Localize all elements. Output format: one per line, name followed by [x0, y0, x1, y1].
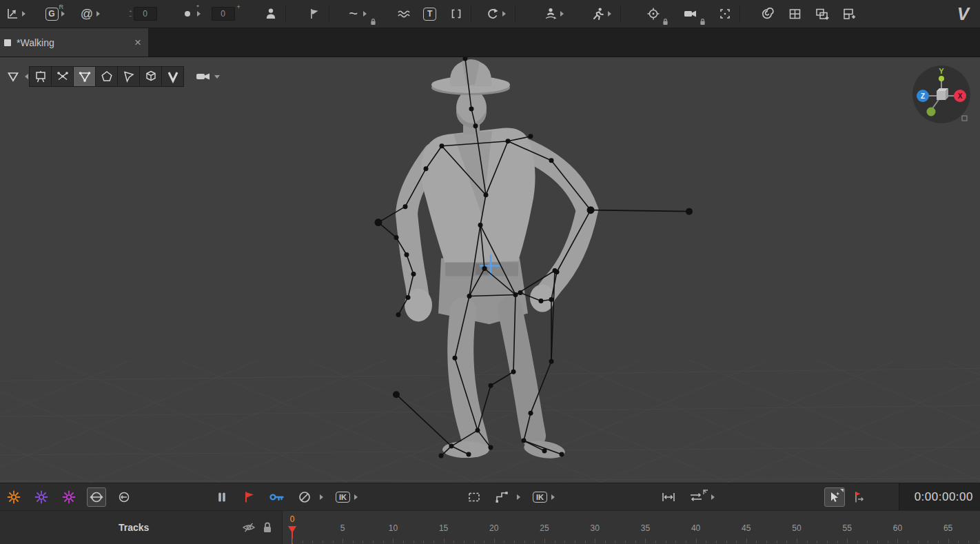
disable-interpolation-dropdown[interactable]: [320, 494, 323, 500]
frame-label[interactable]: 60: [893, 523, 902, 533]
rig-joint[interactable]: [405, 252, 409, 257]
character-model[interactable]: [405, 59, 587, 461]
keyframe-dot-button[interactable]: *: [179, 3, 196, 24]
frame-label[interactable]: 45: [742, 523, 751, 533]
frame-label[interactable]: 10: [389, 523, 398, 533]
frame-label[interactable]: 30: [591, 523, 600, 533]
disable-interpolation-button[interactable]: [291, 483, 318, 511]
add-window-button[interactable]: [814, 3, 830, 24]
rotate-tool-dropdown[interactable]: [502, 11, 506, 17]
graph-editor-button[interactable]: [4, 3, 21, 24]
rig-joint[interactable]: [549, 297, 554, 302]
ghost-mode-button[interactable]: G R: [43, 3, 60, 24]
rig-joint[interactable]: [511, 370, 516, 374]
tab-close-button[interactable]: ×: [134, 37, 141, 48]
stepped-keys-dropdown[interactable]: [517, 494, 520, 500]
tab-walking[interactable]: *Walking ×: [0, 28, 148, 57]
rig-joint[interactable]: [549, 359, 554, 364]
rig-joint[interactable]: [560, 452, 564, 457]
select-mode-button[interactable]: [3, 66, 23, 87]
rig-joint[interactable]: [549, 158, 554, 163]
rig-joint[interactable]: [476, 428, 480, 433]
tracks-panel[interactable]: Tracks: [0, 511, 283, 544]
keyframe-dot-dropdown[interactable]: [197, 11, 201, 17]
camera-button[interactable]: [682, 3, 699, 24]
frame-count-field[interactable]: 0: [212, 7, 235, 21]
rig-joint[interactable]: [529, 411, 533, 416]
ik-toggle-dropdown[interactable]: [354, 494, 358, 500]
rig-joint[interactable]: [478, 223, 483, 228]
rig-joint[interactable]: [406, 295, 411, 300]
rig-joint[interactable]: [513, 292, 518, 297]
ik-secondary-button[interactable]: IK: [533, 483, 547, 511]
frame-count-plus[interactable]: +: [236, 3, 240, 10]
interval-value-field[interactable]: 0: [134, 7, 157, 21]
fulcrum-points-button[interactable]: [28, 483, 55, 511]
interpolation-curve-button[interactable]: ~: [345, 3, 362, 24]
viewport-camera-dropdown[interactable]: [214, 75, 220, 79]
rig-joint[interactable]: [484, 192, 489, 197]
frame-label[interactable]: 5: [340, 523, 345, 533]
frame-label[interactable]: 15: [439, 523, 448, 533]
pivot-point-button[interactable]: [645, 3, 662, 24]
ik-toggle-button[interactable]: IK: [336, 483, 350, 511]
rig-joint[interactable]: [467, 294, 472, 299]
mode-cube-button[interactable]: [139, 66, 162, 87]
rig-joint[interactable]: [467, 452, 471, 457]
mode-polygon-button[interactable]: [95, 66, 118, 87]
box-select-button[interactable]: [460, 483, 488, 511]
rig-joint[interactable]: [411, 272, 416, 276]
ghost-mode-dropdown[interactable]: [61, 11, 65, 17]
rig-joint[interactable]: [375, 219, 382, 226]
rig-joint[interactable]: [518, 290, 523, 295]
mode-rig-cut-button[interactable]: [51, 66, 74, 87]
fit-interval-button[interactable]: [655, 483, 682, 511]
ruler[interactable]: 05101520253035404550556065: [283, 511, 980, 544]
rig-joint[interactable]: [469, 106, 474, 111]
shift-keys-button[interactable]: [682, 483, 710, 511]
layout-grid-button[interactable]: [786, 3, 803, 24]
bookmark-button[interactable]: [306, 3, 323, 24]
rig-joint[interactable]: [542, 449, 547, 454]
keyframe-flag-button[interactable]: [236, 483, 263, 511]
frame-selection-button[interactable]: [717, 3, 733, 24]
rig-joint[interactable]: [553, 268, 558, 273]
smart-select-button[interactable]: [824, 487, 845, 507]
frame-label[interactable]: 65: [943, 523, 952, 533]
mode-v-button[interactable]: [161, 66, 184, 87]
stepped-keys-button[interactable]: [488, 483, 515, 511]
character-path-button[interactable]: [542, 3, 559, 24]
frame-label[interactable]: 40: [691, 523, 700, 533]
spiral-button[interactable]: [759, 3, 775, 24]
tween-machine-button[interactable]: [87, 487, 106, 507]
rig-joint[interactable]: [394, 235, 399, 240]
add-panel-button[interactable]: [841, 3, 858, 24]
rig-joint[interactable]: [522, 439, 527, 443]
rig-joint[interactable]: [489, 383, 493, 388]
lock-toggle[interactable]: [261, 521, 274, 537]
rig-joint[interactable]: [424, 166, 429, 171]
mode-point-controller-button[interactable]: [73, 66, 96, 87]
shift-keys-dropdown[interactable]: [711, 494, 715, 500]
brackets-button[interactable]: [448, 3, 465, 24]
graph-editor-dropdown[interactable]: [22, 11, 25, 17]
rig-joint[interactable]: [529, 134, 533, 139]
pose-bars-button[interactable]: [208, 483, 236, 511]
orientation-gizmo[interactable]: Y Z X: [912, 66, 970, 123]
mode-tag-button[interactable]: [117, 66, 140, 87]
frame-label[interactable]: 0: [290, 514, 295, 524]
frame-label[interactable]: 20: [489, 523, 498, 533]
frame-label[interactable]: 35: [641, 523, 650, 533]
ik-secondary-dropdown[interactable]: [551, 494, 555, 500]
rig-joint[interactable]: [482, 266, 487, 271]
rig-joint[interactable]: [449, 444, 454, 449]
interval-spinner[interactable]: +−: [129, 9, 132, 19]
rig-joint[interactable]: [440, 143, 445, 148]
rig-joint[interactable]: [506, 139, 511, 143]
animation-run-button[interactable]: [590, 3, 606, 24]
goto-marker-button[interactable]: [845, 483, 872, 511]
rig-joint[interactable]: [686, 208, 693, 215]
auto-key-button[interactable]: [263, 483, 291, 511]
character-button[interactable]: [263, 3, 279, 24]
relax-tool-button[interactable]: [110, 483, 138, 511]
